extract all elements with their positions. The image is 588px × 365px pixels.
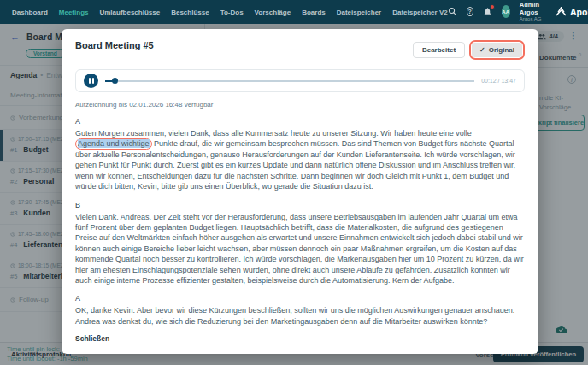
close-modal-link[interactable]: Schließen <box>75 334 109 343</box>
modal-title: Board Meeting #5 <box>75 40 154 50</box>
time-display: 00:12 / 13:47 <box>481 78 516 84</box>
nav-item-dashboard[interactable]: Dashboard <box>12 9 48 16</box>
user-name: Admin Argos <box>520 2 546 16</box>
help-icon[interactable]: ? <box>467 7 473 16</box>
notifications-bell-icon[interactable] <box>483 7 492 16</box>
nav-item-boards[interactable]: Boards <box>302 9 326 16</box>
seek-slider[interactable] <box>105 78 474 84</box>
check-icon: ✓ <box>479 46 485 54</box>
transcript-paragraph: OK, danke Kevin. Aber bevor wir diese Kü… <box>75 305 525 327</box>
progress-rest <box>118 80 474 82</box>
notification-badge <box>490 4 495 9</box>
original-label: Original <box>489 46 514 54</box>
red-annotation-highlight: Agenda und wichtige <box>75 138 152 150</box>
nav-item-umlaufbeschluesse[interactable]: Umlaufbeschlüsse <box>99 9 160 16</box>
slider-thumb[interactable] <box>112 78 118 84</box>
original-button[interactable]: ✓ Original <box>472 43 522 57</box>
speaker-label: A <box>75 117 525 126</box>
user-meta[interactable]: Admin Argos Argos AG <box>520 2 546 22</box>
user-org: Argos AG <box>520 16 546 22</box>
nav-item-meetings[interactable]: Meetings <box>59 9 89 16</box>
recording-availability-note: Aufzeichnung bis 02.01.2026 16:48 verfüg… <box>75 101 525 109</box>
nav-item-dateispeicher-v2[interactable]: Dateispeicher V2 <box>392 9 447 16</box>
avatar[interactable]: AA <box>502 5 510 18</box>
transcript-modal: Board Meeting #5 Bearbeitet ✓ Original 0… <box>62 29 538 354</box>
bearbeitet-button[interactable]: Bearbeitet <box>413 42 465 58</box>
brand-logo: Apollo.ai <box>556 7 588 17</box>
audio-player: 00:12 / 13:47 <box>75 69 525 92</box>
brand-mountain-icon <box>556 7 567 16</box>
nav-item-beschluesse[interactable]: Beschlüsse <box>171 9 209 16</box>
nav-menu: Dashboard Meetings Umlaufbeschlüsse Besc… <box>12 9 448 16</box>
paragraph-text: Guten Morgen zusammen, vielen Dank, dass… <box>75 129 472 138</box>
nav-item-vorschlaege[interactable]: Vorschläge <box>255 9 291 16</box>
red-annotation-circle: ✓ Original <box>469 40 525 60</box>
nav-item-todos[interactable]: To-Dos <box>220 9 244 16</box>
search-icon[interactable] <box>448 7 457 16</box>
nav-item-dateispeicher[interactable]: Dateispeicher <box>337 9 381 16</box>
brand-name: Apollo.ai <box>570 7 588 17</box>
modal-header: Board Meeting #5 Bearbeitet ✓ Original <box>75 40 525 60</box>
top-navbar: Dashboard Meetings Umlaufbeschlüsse Besc… <box>0 0 588 24</box>
nav-right-cluster: ? AA Admin Argos Argos AG Apollo.ai <box>448 2 588 22</box>
speaker-label: A <box>75 294 525 303</box>
transcript-paragraph: Guten Morgen zusammen, vielen Dank, dass… <box>75 128 525 192</box>
highlighted-text: Agenda und wichtige <box>78 139 150 148</box>
speaker-label: B <box>75 201 525 209</box>
transcript-paragraph: Vielen Dank. Andreas. Der Zeit steht vor… <box>75 212 525 286</box>
modal-actions: Bearbeitet ✓ Original <box>413 40 525 60</box>
pause-button[interactable] <box>84 74 98 88</box>
